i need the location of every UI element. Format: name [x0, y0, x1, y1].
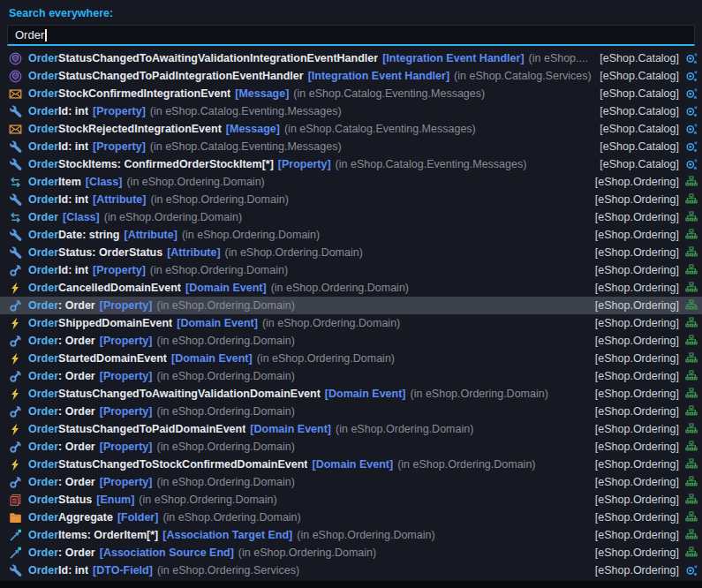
result-row[interactable]: OrderStockConfirmedIntegrationEvent[Mess… — [0, 85, 702, 102]
assembly-tag: [eShop.Ordering] — [595, 335, 679, 347]
result-type-badge: [Property] — [93, 105, 146, 117]
assembly-tag: [eShop.Catalog] — [600, 158, 679, 170]
result-row[interactable]: OrderId: int[Property](in eShop.Catalog.… — [0, 138, 702, 155]
result-row[interactable]: OrderShippedDomainEvent[Domain Event](in… — [0, 314, 702, 332]
result-row[interactable]: Order: Order[Property](in eShop.Ordering… — [0, 438, 702, 456]
result-row[interactable]: OrderItem[Class](in eShop.Ordering.Domai… — [0, 173, 702, 191]
result-row[interactable]: Order: Order[Property](in eShop.Ordering… — [0, 403, 702, 420]
association-arrow-icon — [9, 529, 22, 542]
swap-arrows-icon — [9, 176, 22, 189]
result-name: Items: OrderItem[*] — [58, 529, 158, 541]
assembly-tag: [eShop.Ordering] — [595, 423, 679, 435]
result-name: : Order — [58, 405, 95, 418]
result-row[interactable]: OrderStatusChangedToPaidIntegrationEvent… — [0, 67, 702, 85]
results-list: OrderStatusChangedToAwaitingValidationIn… — [0, 49, 702, 579]
assembly-tag: [eShop.Catalog] — [600, 70, 679, 82]
result-row[interactable]: OrderDate: string[Attribute](in eShop.Or… — [0, 226, 702, 244]
result-location: (in eShop.Ordering.Domain) — [104, 211, 242, 223]
result-row[interactable]: Order: Order[Property](in eShop.Ordering… — [0, 367, 702, 385]
result-row[interactable]: OrderStatus[Enum](in eShop.Ordering.Doma… — [0, 491, 702, 509]
result-row[interactable]: Order: Order[Property](in eShop.Ordering… — [0, 473, 702, 491]
result-name: : Order — [58, 370, 95, 382]
result-type-badge: [Message] — [235, 87, 289, 100]
search-input[interactable]: Order — [7, 25, 695, 46]
assembly-tag: [eShop.Ordering] — [595, 317, 679, 329]
result-row[interactable]: Order: Order[Association Source End](in … — [0, 544, 702, 562]
assembly-tag: [eShop.Ordering] — [595, 547, 679, 559]
sitemap-icon — [685, 317, 698, 329]
sitemap-icon — [685, 229, 698, 241]
match-text: Order — [28, 370, 58, 382]
sitemap-icon — [685, 476, 698, 488]
match-text: Order — [28, 441, 58, 453]
result-name: Id: int — [58, 193, 88, 206]
result-type-badge: [Domain Event] — [177, 317, 258, 329]
result-row[interactable]: OrderId: int[Attribute](in eShop.Orderin… — [0, 191, 702, 208]
assembly-tag: [eShop.Ordering] — [595, 405, 679, 418]
match-text: Order — [28, 176, 58, 188]
match-text: Order — [28, 52, 58, 64]
match-text: Order — [28, 140, 58, 153]
result-location: (in eShop.Ordering.Domain) — [156, 335, 294, 347]
match-text: Order — [28, 458, 58, 471]
result-name: StockRejectedIntegrationEvent — [58, 123, 222, 135]
result-row[interactable]: OrderId: int[DTO-Field](in eShop.Orderin… — [0, 562, 702, 579]
sitemap-icon — [685, 299, 698, 312]
result-row[interactable]: OrderAggregate[Folder](in eShop.Ordering… — [0, 509, 702, 526]
match-text: Order — [28, 282, 58, 294]
match-text: Order — [28, 246, 58, 259]
result-row[interactable]: OrderStatus: OrderStatus[Attribute](in e… — [0, 244, 702, 261]
result-row[interactable]: Order: Order[Property](in eShop.Ordering… — [0, 297, 702, 314]
match-text: Order — [28, 105, 58, 117]
result-type-badge: [Property] — [100, 405, 153, 418]
result-row[interactable]: OrderStatusChangedToStockConfirmedDomain… — [0, 456, 702, 473]
match-text: Order — [28, 335, 58, 347]
result-location: (in eShop.Ordering.Domain) — [150, 193, 288, 206]
result-location: (in eShop.Ordering.Domain) — [156, 476, 294, 488]
result-row[interactable]: OrderCancelledDomainEvent[Domain Event](… — [0, 279, 702, 297]
result-name: Id: int — [58, 140, 88, 153]
result-row[interactable]: Order[Class](in eShop.Ordering.Domain)[e… — [0, 208, 702, 226]
result-type-badge: [Domain Event] — [185, 282, 267, 294]
result-location: (in eShop.Ordering.Domain) — [156, 299, 294, 312]
result-row[interactable]: OrderStatusChangedToAwaitingValidationDo… — [0, 385, 702, 403]
result-row[interactable]: OrderStartedDomainEvent[Domain Event](in… — [0, 350, 702, 367]
circle-node-icon — [685, 158, 698, 170]
assembly-tag: [eShop.Ordering] — [595, 193, 679, 206]
result-location: (in eShop.Ordering.Domain) — [257, 352, 395, 365]
sitemap-icon — [685, 511, 698, 524]
match-text: Order — [28, 564, 58, 577]
result-location: (in eShop.Ordering.Domain) — [262, 317, 400, 329]
enum-list-icon — [9, 494, 22, 507]
circle-node-icon — [685, 52, 698, 64]
result-name: StatusChangedToAwaitingValidationIntegra… — [58, 52, 378, 64]
result-name: : Order — [58, 335, 95, 347]
circle-node-icon — [685, 105, 698, 117]
assembly-tag: [eShop.Ordering] — [595, 282, 679, 294]
result-name: : Order — [58, 441, 95, 453]
result-location: (in eShop.Ordering.Domain) — [150, 264, 288, 276]
result-row[interactable]: Order: Order[Property](in eShop.Ordering… — [0, 332, 702, 350]
assembly-tag: [eShop.Catalog] — [600, 87, 679, 100]
result-row[interactable]: OrderId: int[Property](in eShop.Catalog.… — [0, 102, 702, 120]
result-row[interactable]: OrderStockRejectedIntegrationEvent[Messa… — [0, 120, 702, 138]
result-location: (in eShop.Ordering.Domain) — [156, 370, 294, 382]
result-name: StartedDomainEvent — [58, 352, 167, 365]
assembly-tag: [eShop.Ordering] — [595, 458, 679, 471]
lightning-icon — [9, 423, 22, 436]
sitemap-icon — [685, 246, 698, 259]
result-row[interactable]: OrderStockItems: ConfirmedOrderStockItem… — [0, 155, 702, 173]
assembly-tag: [eShop.Catalog] — [600, 123, 679, 135]
envelope-icon — [9, 87, 22, 101]
result-row[interactable]: OrderId: int[Property](in eShop.Ordering… — [0, 261, 702, 279]
sitemap-icon — [685, 193, 698, 206]
result-row[interactable]: OrderItems: OrderItem[*][Association Tar… — [0, 526, 702, 544]
search-everywhere-panel: Search everywhere: Order OrderStatusChan… — [0, 0, 702, 588]
wrench-icon — [9, 140, 22, 154]
match-text: Order — [28, 317, 58, 329]
result-row[interactable]: OrderStatusChangedToPaidDomainEvent[Doma… — [0, 420, 702, 438]
result-row[interactable]: OrderStatusChangedToAwaitingValidationIn… — [0, 49, 702, 67]
sitemap-icon — [685, 282, 698, 294]
match-text: Order — [28, 87, 58, 100]
assembly-tag: [eShop.Catalog] — [600, 140, 679, 153]
